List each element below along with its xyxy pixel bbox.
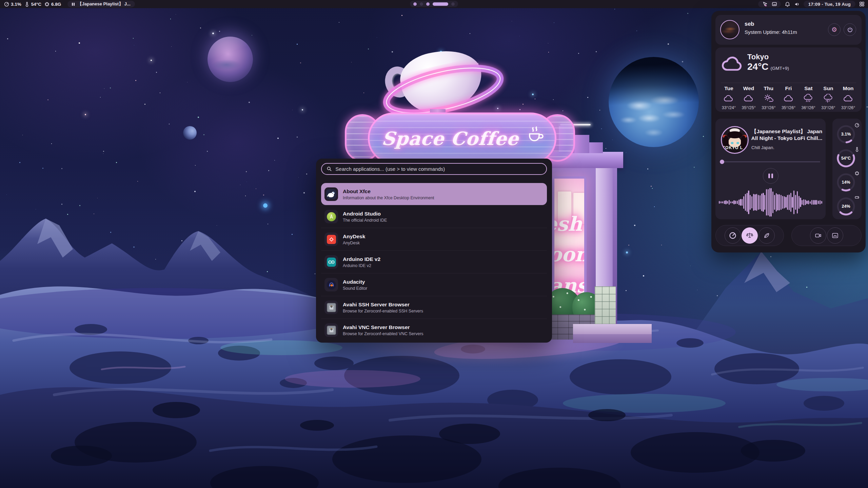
arduino-app-icon [324, 255, 338, 269]
screenshot-button[interactable] [827, 227, 843, 244]
gauge-24: 24% [832, 194, 862, 218]
launcher-item[interactable]: AudacitySound Editor [321, 273, 547, 296]
forecast-temps: 35°/25° [739, 105, 759, 110]
launcher-item-subtitle: Arduino IDE v2 [343, 263, 380, 268]
weather-temp: 24°C(GMT+9) [747, 61, 789, 72]
launcher-item[interactable]: About XfceInformation about the Xfce Des… [321, 183, 547, 205]
mem-value: 6.8G [51, 2, 61, 7]
clock[interactable]: 17:09 - Tue, 19 Aug [804, 1, 855, 7]
thermometer-gauge-icon [854, 147, 860, 153]
gauge-label: 14% [836, 173, 855, 192]
weather-divider [721, 83, 856, 83]
sign-cup-icon [524, 122, 546, 143]
performance-button[interactable] [725, 227, 741, 244]
forecast-day-name: Mon [838, 85, 858, 92]
avatar[interactable] [720, 20, 739, 39]
album-art: TOKYO L [721, 126, 749, 154]
launcher-item[interactable]: Avahi VNC Server BrowserBrowse for Zeroc… [321, 319, 547, 341]
search-icon [327, 166, 332, 172]
forecast-day-name: Sun [818, 85, 839, 92]
leaf-icon [763, 232, 770, 239]
topbar-left: 3.1% 54°C 6.8G 【Japanese Playlist】 J... [0, 1, 135, 7]
power-button[interactable] [844, 23, 856, 36]
bell-icon[interactable] [785, 1, 790, 7]
system-uptime: System Uptime: 4h11m [745, 29, 797, 35]
forecast-day-name: Wed [739, 85, 759, 92]
desktop: fresh moon beans Space Coffee [0, 0, 868, 488]
forecast-day: Sat36°/26° [798, 85, 818, 110]
forecast-day: Mon33°/26° [838, 85, 858, 110]
forecast-temps: 36°/26° [798, 105, 818, 110]
user-name: seb [745, 21, 754, 27]
launcher-item[interactable]: Android StudioThe official Android IDE [321, 205, 547, 228]
gauge-label: 54°C [836, 149, 855, 168]
weather-timezone: (GMT+9) [771, 66, 789, 71]
screen-record-button[interactable] [810, 227, 826, 244]
shop-window: fresh moon beans [552, 176, 587, 308]
shop-step [573, 334, 652, 343]
launcher-item[interactable]: AnyDeskAnyDesk [321, 228, 547, 250]
suncloud-weather-icon [758, 94, 778, 104]
search-box[interactable] [321, 163, 547, 175]
cloud-weather-icon [778, 94, 798, 104]
forecast-day: Thu33°/26° [758, 85, 778, 110]
chip-icon [44, 2, 50, 7]
launcher-item-title: Audacity [343, 279, 367, 285]
weather-cloud-icon [722, 55, 744, 73]
launcher-item-subtitle: Browse for Zeroconf-enabled VNC Servers [343, 331, 423, 336]
workspace-dot-off[interactable] [451, 2, 455, 6]
screenshot-icon [831, 232, 839, 239]
workspace-indicator[interactable] [410, 1, 458, 7]
forecast-temps: 33°/24° [719, 105, 739, 110]
forecast-day: Fri35°/26° [778, 85, 798, 110]
launcher-item[interactable]: Avahi SSH Server BrowserBrowse for Zeroc… [321, 296, 547, 319]
launcher-item-subtitle: The official Android IDE [343, 218, 387, 223]
forecast-day: Sun33°/26° [818, 85, 839, 110]
gauge-label: 24% [836, 197, 855, 216]
app-grid-icon[interactable] [859, 1, 865, 7]
launcher-item-subtitle: Information about the Xfce Desktop Envir… [343, 196, 434, 200]
top-bar: 3.1% 54°C 6.8G 【Japanese Playlist】 J... [0, 0, 868, 8]
progress-bar[interactable] [721, 161, 820, 162]
workspace-dot-off[interactable] [420, 2, 423, 6]
launcher-item-title: Arduino IDE v2 [343, 256, 380, 262]
sidebar-panel: seb System Uptime: 4h11m ⚙ Tokyo 24°C(GM… [711, 11, 866, 252]
gauge-31: 3.1% [832, 122, 862, 146]
forecast-temps: 33°/26° [838, 105, 858, 110]
forecast-day: Wed35°/25° [739, 85, 759, 110]
eco-button[interactable] [758, 227, 775, 244]
launcher-item[interactable]: Arduino IDE v2Arduino IDE v2 [321, 250, 547, 273]
shop-roof [589, 142, 603, 153]
power-icon [847, 27, 853, 33]
pause-icon [72, 3, 75, 6]
launcher-results: About XfceInformation about the Xfce Des… [321, 183, 547, 341]
network-app-icon [324, 301, 338, 314]
forecast-day-name: Tue [719, 85, 739, 92]
volume-icon[interactable] [794, 1, 800, 7]
launcher-item-title: AnyDesk [343, 233, 365, 240]
wallpaper-tray-icon[interactable] [772, 1, 777, 7]
progress-knob[interactable] [720, 160, 724, 164]
cursor-icon[interactable] [762, 1, 767, 7]
search-input[interactable] [335, 166, 541, 172]
shop-sign: Space Coffee [368, 113, 556, 164]
cloud-weather-icon [739, 94, 759, 104]
rain-weather-icon [798, 94, 818, 104]
workspace-dot-on[interactable] [426, 2, 430, 6]
launcher-item-title: About Xfce [343, 188, 434, 195]
androidstudio-app-icon [324, 210, 338, 223]
launcher-item-title: Android Studio [343, 210, 387, 217]
launcher-item-subtitle: AnyDesk [343, 241, 365, 245]
mem-stat: 6.8G [44, 2, 61, 7]
weather-forecast: Tue33°/24°Wed35°/25°Thu33°/26°Fri35°/26°… [719, 85, 858, 110]
workspace-dot-on[interactable] [413, 2, 417, 6]
shop-sign-text: Space Coffee [369, 128, 532, 149]
media-pill-label: 【Japanese Playlist】 J... [78, 1, 131, 7]
balance-button[interactable] [742, 227, 758, 244]
media-pill[interactable]: 【Japanese Playlist】 J... [67, 1, 135, 7]
settings-button[interactable]: ⚙ [828, 23, 841, 36]
pause-button[interactable] [763, 168, 778, 184]
workspace-dot-active[interactable] [433, 2, 448, 6]
user-card: seb System Uptime: 4h11m ⚙ [715, 15, 862, 45]
temp-stat: 54°C [24, 2, 41, 7]
